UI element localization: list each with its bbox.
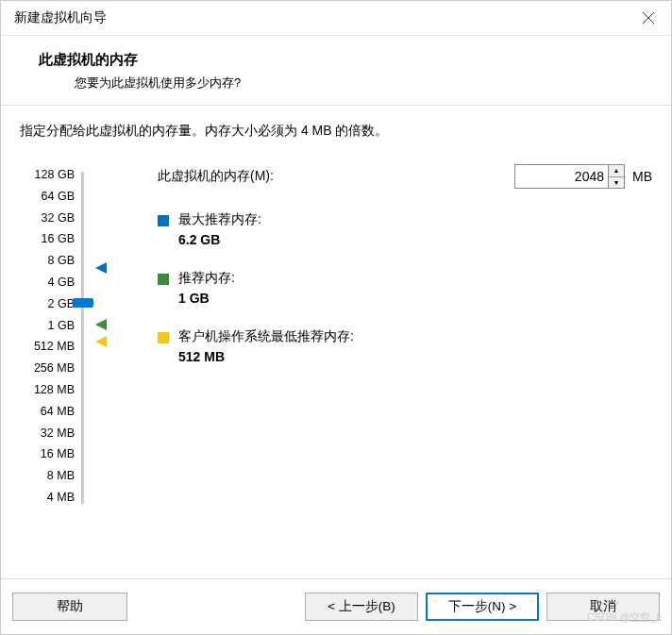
min-recommended-value: 512 MB	[178, 349, 354, 364]
svg-marker-2	[95, 262, 107, 274]
page-title: 此虚拟机的内存	[39, 51, 643, 69]
scale-tick: 512 MB	[20, 336, 75, 358]
scale-tick: 1 GB	[20, 315, 75, 337]
recommended-pointer-icon	[95, 319, 109, 333]
instruction-text: 指定分配给此虚拟机的内存量。内存大小必须为 4 MB 的倍数。	[20, 123, 652, 140]
memory-step-down[interactable]: ▼	[609, 177, 624, 189]
memory-slider[interactable]	[78, 172, 101, 504]
svg-marker-3	[95, 319, 107, 330]
scale-tick: 64 GB	[20, 186, 75, 208]
scale-tick: 2 GB	[20, 293, 75, 315]
scale-tick: 128 GB	[20, 164, 75, 186]
next-button[interactable]: 下一步(N) >	[426, 593, 539, 621]
max-marker-icon	[158, 215, 169, 226]
scale-tick: 4 GB	[20, 272, 75, 293]
recommended-value: 1 GB	[178, 291, 235, 306]
back-button[interactable]: < 上一步(B)	[305, 593, 418, 621]
memory-step-up[interactable]: ▲	[609, 165, 624, 177]
svg-marker-4	[95, 336, 107, 347]
memory-input-label: 此虚拟机的内存(M):	[158, 168, 514, 185]
close-button[interactable]	[639, 8, 658, 27]
min-recommended-label: 客户机操作系统最低推荐内存:	[178, 328, 354, 345]
max-recommended-label: 最大推荐内存:	[178, 211, 261, 228]
max-recommended-value: 6.2 GB	[178, 232, 261, 247]
memory-scale-labels: 128 GB64 GB32 GB16 GB8 GB4 GB2 GB1 GB512…	[20, 164, 75, 509]
scale-tick: 16 MB	[20, 443, 75, 465]
scale-tick: 8 GB	[20, 250, 75, 272]
memory-input[interactable]	[514, 164, 609, 189]
scale-tick: 128 MB	[20, 379, 75, 401]
scale-tick: 32 MB	[20, 423, 75, 444]
recommended-marker-icon	[158, 274, 169, 285]
scale-tick: 256 MB	[20, 358, 75, 379]
page-subtitle: 您要为此虚拟机使用多少内存?	[75, 75, 643, 92]
recommended-label: 推荐内存:	[178, 270, 235, 287]
cancel-button[interactable]: 取消	[546, 593, 660, 621]
scale-tick: 8 MB	[20, 465, 75, 487]
scale-tick: 4 MB	[20, 487, 75, 509]
window-title: 新建虚拟机向导	[14, 9, 107, 26]
scale-tick: 32 GB	[20, 208, 75, 229]
slider-thumb[interactable]	[73, 298, 93, 308]
help-button[interactable]: 帮助	[12, 593, 127, 621]
min-marker-icon	[158, 332, 169, 343]
memory-unit: MB	[632, 169, 652, 184]
max-pointer-icon	[95, 262, 109, 276]
scale-tick: 16 GB	[20, 228, 75, 250]
min-pointer-icon	[95, 336, 109, 350]
scale-tick: 64 MB	[20, 401, 75, 423]
